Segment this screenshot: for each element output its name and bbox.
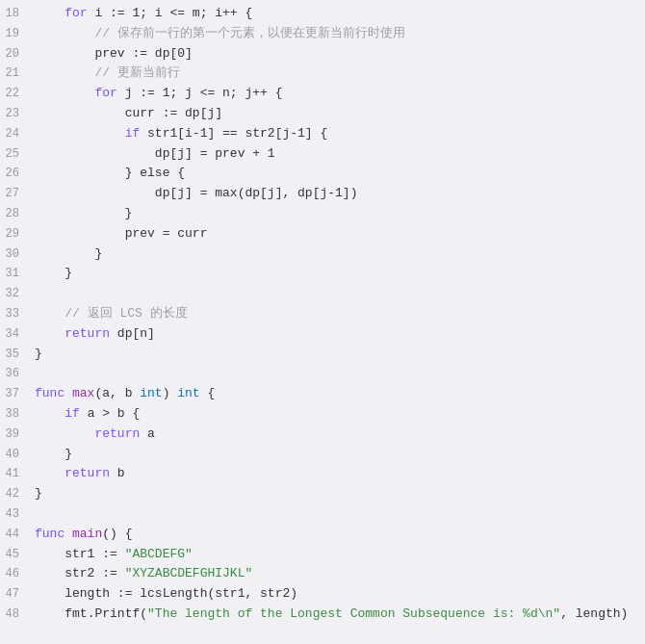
code-line: 45 str1 := "ABCDEFG": [0, 545, 645, 565]
line-number: 33: [0, 305, 35, 323]
line-content: func main() {: [35, 525, 637, 545]
code-line: 27 dp[j] = max(dp[j], dp[j-1]): [0, 184, 645, 204]
code-line: 46 str2 := "XYZABCDEFGHIJKL": [0, 564, 645, 584]
line-content: return b: [35, 464, 637, 484]
code-line: 28 }: [0, 204, 645, 224]
line-content: }: [35, 445, 637, 465]
code-line: 44func main() {: [0, 525, 645, 545]
code-line: 24 if str1[i-1] == str2[j-1] {: [0, 124, 645, 144]
line-number: 25: [0, 145, 35, 164]
line-number: 27: [0, 185, 35, 203]
code-line: 26 } else {: [0, 164, 645, 184]
code-line: 30 }: [0, 245, 645, 265]
line-content: }: [35, 345, 637, 365]
line-content: }: [35, 484, 637, 504]
code-editor: 18 for i := 1; i <= m; i++ {19 // 保存前一行的…: [0, 0, 645, 644]
code-line: 18 for i := 1; i <= m; i++ {: [0, 4, 645, 24]
line-content: curr := dp[j]: [35, 104, 637, 124]
line-number: 22: [0, 85, 35, 103]
line-number: 37: [0, 385, 35, 403]
line-content: } else {: [35, 164, 637, 184]
line-number: 18: [0, 5, 35, 23]
line-number: 47: [0, 585, 35, 604]
line-content: [35, 364, 637, 384]
line-content: }: [35, 245, 637, 265]
code-line: 19 // 保存前一行的第一个元素，以便在更新当前行时使用: [0, 24, 645, 44]
line-number: 29: [0, 225, 35, 244]
code-line: 31 }: [0, 264, 645, 284]
line-number: 34: [0, 325, 35, 344]
line-number: 28: [0, 205, 35, 223]
code-line: 34 return dp[n]: [0, 324, 645, 345]
line-content: func max(a, b int) int {: [35, 384, 637, 404]
line-content: // 保存前一行的第一个元素，以便在更新当前行时使用: [35, 24, 637, 44]
code-line: 39 return a: [0, 425, 645, 445]
line-content: if a > b {: [35, 404, 637, 425]
line-number: 20: [0, 45, 35, 64]
line-content: return dp[n]: [35, 324, 637, 345]
line-number: 43: [0, 505, 35, 524]
code-line: 43: [0, 504, 645, 525]
line-number: 35: [0, 346, 35, 364]
line-number: 31: [0, 265, 35, 283]
line-number: 39: [0, 425, 35, 444]
line-content: }: [35, 204, 637, 224]
line-number: 36: [0, 365, 35, 383]
code-line: 47 length := lcsLength(str1, str2): [0, 584, 645, 605]
line-number: 21: [0, 64, 35, 83]
line-number: 24: [0, 125, 35, 143]
line-number: 40: [0, 446, 35, 464]
line-number: 23: [0, 105, 35, 123]
code-line: 25 dp[j] = prev + 1: [0, 144, 645, 165]
line-number: 30: [0, 245, 35, 264]
line-content: [35, 504, 637, 525]
code-line: 41 return b: [0, 464, 645, 484]
line-number: 45: [0, 546, 35, 564]
code-line: 48 fmt.Printf("The length of the Longest…: [0, 605, 645, 625]
line-content: fmt.Printf("The length of the Longest Co…: [35, 605, 637, 625]
line-content: prev := dp[0]: [35, 44, 637, 64]
line-content: [35, 284, 637, 304]
line-content: dp[j] = prev + 1: [35, 144, 637, 165]
code-line: 38 if a > b {: [0, 404, 645, 425]
line-content: length := lcsLength(str1, str2): [35, 584, 637, 605]
line-number: 41: [0, 465, 35, 483]
line-number: 42: [0, 485, 35, 503]
code-line: 42}: [0, 484, 645, 504]
code-line: 32: [0, 284, 645, 304]
line-number: 32: [0, 285, 35, 303]
code-line: 36: [0, 364, 645, 384]
line-content: if str1[i-1] == str2[j-1] {: [35, 124, 637, 144]
line-content: dp[j] = max(dp[j], dp[j-1]): [35, 184, 637, 204]
code-line: 35}: [0, 345, 645, 365]
code-line: 20 prev := dp[0]: [0, 44, 645, 64]
code-line: 23 curr := dp[j]: [0, 104, 645, 124]
line-number: 38: [0, 405, 35, 424]
line-content: return a: [35, 425, 637, 445]
line-content: // 返回 LCS 的长度: [35, 304, 637, 324]
line-content: // 更新当前行: [35, 64, 637, 84]
line-content: prev = curr: [35, 224, 637, 245]
line-content: for i := 1; i <= m; i++ {: [35, 4, 637, 24]
code-line: 21 // 更新当前行: [0, 64, 645, 84]
code-line: 22 for j := 1; j <= n; j++ {: [0, 84, 645, 104]
line-content: str1 := "ABCDEFG": [35, 545, 637, 565]
line-content: str2 := "XYZABCDEFGHIJKL": [35, 564, 637, 584]
line-content: }: [35, 264, 637, 284]
code-line: 29 prev = curr: [0, 224, 645, 245]
line-number: 48: [0, 605, 35, 624]
line-content: for j := 1; j <= n; j++ {: [35, 84, 637, 104]
line-number: 19: [0, 25, 35, 43]
line-number: 46: [0, 565, 35, 583]
code-line: 40 }: [0, 445, 645, 465]
line-number: 44: [0, 526, 35, 544]
code-line: 37func max(a, b int) int {: [0, 384, 645, 404]
line-number: 26: [0, 165, 35, 183]
code-line: 33 // 返回 LCS 的长度: [0, 304, 645, 324]
